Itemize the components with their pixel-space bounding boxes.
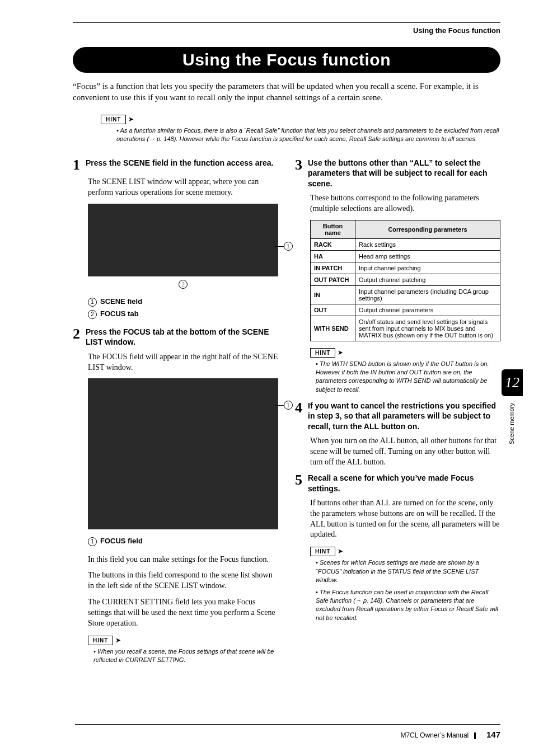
left-column: 1 Press the SCENE field in the function … xyxy=(73,158,278,671)
hint-bullet: • Scenes for which Focus settings are ma… xyxy=(316,558,500,584)
step-2: 2 Press the FOCUS tab at the bottom of t… xyxy=(73,327,278,347)
step-number: 3 xyxy=(295,158,302,189)
right-column: 3 Use the buttons other than “ALL” to se… xyxy=(295,158,500,671)
table-row: OUTOutput channel parameters xyxy=(311,304,500,316)
step-1: 1 Press the SCENE field in the function … xyxy=(73,158,278,172)
figure-scene-list-top: 1 2 xyxy=(88,204,278,276)
step-number: 4 xyxy=(295,401,302,431)
table-header: Button name xyxy=(311,220,355,238)
table-row: INInput channel parameters (including DC… xyxy=(311,285,500,304)
hint-label: HINT xyxy=(88,636,113,645)
callout-1-icon: 1 xyxy=(284,401,293,410)
step-heading: Press the FOCUS tab at the bottom of the… xyxy=(86,327,278,347)
footer-divider-icon xyxy=(474,732,476,739)
step-number: 1 xyxy=(73,158,80,172)
para: In this field you can make settings for … xyxy=(88,555,278,565)
hint-step5: HINT➤ • Scenes for which Focus settings … xyxy=(310,546,500,622)
step-5: 5 Recall a scene for which you’ve made F… xyxy=(295,473,500,493)
step-heading: If you want to cancel the restrictions y… xyxy=(308,401,500,431)
running-header: Using the Focus function xyxy=(73,22,500,35)
chapter-number: 12 xyxy=(502,369,523,396)
hint-step2: HINT➤ • When you recall a scene, the Foc… xyxy=(88,635,278,665)
hint-arrow-icon: ➤ xyxy=(128,115,134,124)
table-row: IN PATCHInput channel patching xyxy=(311,262,500,274)
chapter-label: Scene memory xyxy=(508,403,515,444)
hint-bullet: • When you recall a scene, the Focus set… xyxy=(93,647,278,665)
step-heading: Press the SCENE field in the function ac… xyxy=(86,158,273,172)
step-body: The FOCUS field will appear in the right… xyxy=(88,352,278,373)
hint-step3: HINT➤ • The WITH SEND button is shown on… xyxy=(310,347,500,395)
step-heading: Use the buttons other than “ALL” to sele… xyxy=(308,158,500,189)
callout-2-icon: 2 xyxy=(179,280,188,289)
table-row: HAHead amp settings xyxy=(311,250,500,262)
callout-label: FOCUS field xyxy=(100,537,143,545)
callout-label: FOCUS tab xyxy=(100,309,139,318)
table-header: Corresponding parameters xyxy=(355,220,500,238)
page-number: 147 xyxy=(486,730,500,739)
table-row: RACKRack settings xyxy=(311,238,500,250)
hint-bullet: • The Focus function can be used in conj… xyxy=(316,588,500,623)
step-number: 2 xyxy=(73,327,80,347)
hint-bullet: • The WITH SEND button is shown only if … xyxy=(316,360,500,395)
hint-label: HINT xyxy=(101,115,126,124)
step-body: If buttons other than ALL are turned on … xyxy=(310,498,500,541)
callout-legend-2: 1FOCUS field xyxy=(88,535,278,547)
table-row: OUT PATCHOutput channel patching xyxy=(311,274,500,285)
step-body: When you turn on the ALL button, all oth… xyxy=(310,436,500,468)
hint-bullet: • As a function similar to Focus, there … xyxy=(116,126,500,144)
step-body: The SCENE LIST window will appear, where… xyxy=(88,177,278,198)
step-body: These buttons correspond to the followin… xyxy=(310,193,500,214)
step-heading: Recall a scene for which you’ve made Foc… xyxy=(308,473,500,493)
page-footer: M7CL Owner’s Manual 147 xyxy=(400,730,500,739)
callout-1-icon: 1 xyxy=(284,242,293,251)
para: The CURRENT SETTING field lets you make … xyxy=(88,597,278,629)
circled-2-icon: 2 xyxy=(88,310,97,319)
step-4: 4 If you want to cancel the restrictions… xyxy=(295,401,500,431)
hint-arrow-icon: ➤ xyxy=(115,636,121,645)
hint-arrow-icon: ➤ xyxy=(338,547,343,556)
figure-scene-list-window: 1 xyxy=(88,378,278,529)
para: The buttons in this field correspond to … xyxy=(88,570,278,591)
chapter-side-tab: 12 Scene memory xyxy=(502,369,523,436)
table-row: WITH SENDOn/off status and send level se… xyxy=(311,316,500,341)
callout-label: SCENE field xyxy=(100,297,142,306)
circled-1b-icon: 1 xyxy=(88,537,97,546)
intro-text: “Focus” is a function that lets you spec… xyxy=(73,81,500,104)
page-title: Using the Focus function xyxy=(73,47,500,73)
circled-1-icon: 1 xyxy=(88,298,97,307)
step-number: 5 xyxy=(295,473,302,493)
hint-arrow-icon: ➤ xyxy=(338,349,343,357)
step-3: 3 Use the buttons other than “ALL” to se… xyxy=(295,158,500,189)
manual-name: M7CL Owner’s Manual xyxy=(400,731,469,739)
hint-label: HINT xyxy=(310,547,335,556)
hint-label: HINT xyxy=(310,348,335,358)
hint-top: HINT➤ • As a function similar to Focus, … xyxy=(101,114,500,144)
parameter-table: Button name Corresponding parameters RAC… xyxy=(310,220,500,341)
callout-legend: 1SCENE field 2FOCUS tab xyxy=(88,295,278,320)
